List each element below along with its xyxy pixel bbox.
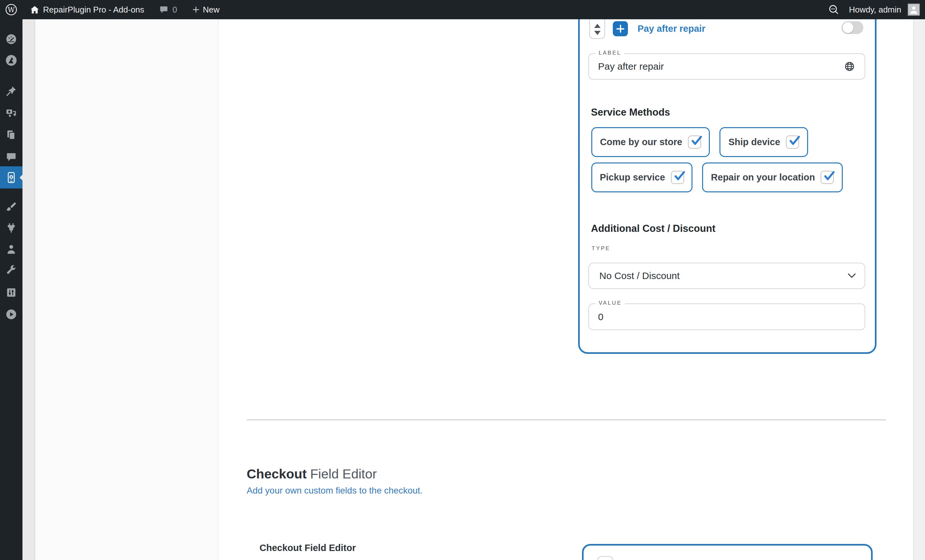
site-title[interactable]: RepairPlugin Pro - Add-ons xyxy=(43,5,144,15)
user-icon xyxy=(5,243,17,255)
service-method-label: Pickup service xyxy=(600,172,665,183)
checkbox-checked[interactable] xyxy=(671,171,684,184)
additional-cost-heading: Additional Cost / Discount xyxy=(591,223,716,235)
pushpin-icon xyxy=(5,85,17,97)
type-label: TYPE xyxy=(592,245,610,252)
addon-panel: Pay after repair LABEL Pay after repair … xyxy=(578,19,877,354)
service-method-label: Ship device xyxy=(728,137,780,148)
admin-sidebar xyxy=(0,19,23,560)
sidebar-item-settings[interactable] xyxy=(5,286,18,299)
checkout-section-title: CheckoutField Editor xyxy=(247,466,377,482)
avada-logo-icon xyxy=(5,54,18,67)
sliders-icon xyxy=(6,287,17,298)
toggle-knob xyxy=(842,22,853,33)
service-method-label: Come by our store xyxy=(600,137,682,148)
checkout-field-editor-panel xyxy=(582,544,873,560)
section-title-rest: Field Editor xyxy=(310,467,377,481)
sidebar-item-posts[interactable] xyxy=(5,85,18,98)
avatar[interactable] xyxy=(908,3,920,16)
home-icon[interactable] xyxy=(30,5,40,15)
comments-count[interactable]: 0 xyxy=(172,5,177,15)
play-circle-icon xyxy=(5,308,17,321)
sidebar-item-comments[interactable] xyxy=(5,151,18,163)
scrollbar-track[interactable] xyxy=(913,19,925,560)
sidebar-item-avada[interactable] xyxy=(5,54,18,67)
sidebar-item-player[interactable] xyxy=(5,308,18,321)
pages-icon xyxy=(6,129,17,141)
dashboard-icon xyxy=(5,33,17,45)
plugin-left-column xyxy=(35,19,218,560)
admin-bar: W RepairPlugin Pro - Add-ons 0 New Howdy… xyxy=(0,0,925,19)
sidebar-item-tools[interactable] xyxy=(5,264,18,277)
plug-icon xyxy=(5,222,17,234)
arrow-up-icon[interactable] xyxy=(594,24,601,28)
sidebar-item-users[interactable] xyxy=(5,243,18,256)
svg-text:W: W xyxy=(8,6,15,14)
sidebar-item-appearance[interactable] xyxy=(5,201,18,214)
cost-type-value: No Cost / Discount xyxy=(599,270,679,281)
section-title-bold: Checkout xyxy=(247,467,307,481)
sidebar-item-repairplugin-active[interactable] xyxy=(0,166,23,188)
plus-icon[interactable] xyxy=(191,5,200,14)
search-icon[interactable] xyxy=(828,3,840,16)
service-method-ship-device[interactable]: Ship device xyxy=(719,127,808,157)
label-field-legend: LABEL xyxy=(595,50,624,56)
service-method-come-by-our-store[interactable]: Come by our store xyxy=(591,127,710,157)
service-method-pickup-service[interactable]: Pickup service xyxy=(591,163,693,192)
paintbrush-icon xyxy=(5,201,17,213)
service-methods-heading: Service Methods xyxy=(591,107,670,118)
wordpress-logo-icon[interactable]: W xyxy=(5,3,17,16)
service-method-repair-on-your-location[interactable]: Repair on your location xyxy=(702,163,843,192)
checkbox-checked[interactable] xyxy=(688,135,701,149)
checkout-section-subtitle: Add your own custom fields to the checko… xyxy=(247,486,423,496)
section-divider xyxy=(247,419,886,420)
cost-value-input[interactable]: VALUE 0 xyxy=(588,303,865,330)
value-field-legend: VALUE xyxy=(595,300,625,306)
sidebar-item-media[interactable] xyxy=(5,107,18,119)
checkout-field-editor-label: Checkout Field Editor xyxy=(259,543,356,553)
label-input[interactable]: LABEL Pay after repair xyxy=(588,53,865,80)
sidebar-item-plugins[interactable] xyxy=(5,221,18,235)
reorder-spinner[interactable] xyxy=(589,19,605,39)
globe-icon[interactable] xyxy=(844,61,855,72)
arrow-down-icon[interactable] xyxy=(594,31,601,35)
value-field-value: 0 xyxy=(598,312,604,322)
howdy-text[interactable]: Howdy, admin xyxy=(849,5,901,15)
wrench-icon xyxy=(5,264,17,277)
label-field-value: Pay after repair xyxy=(598,61,664,72)
media-icon xyxy=(5,107,17,119)
repair-plugin-icon xyxy=(5,171,18,184)
cost-type-select[interactable]: No Cost / Discount xyxy=(588,263,865,289)
addon-title[interactable]: Pay after repair xyxy=(637,21,705,36)
chevron-down-icon xyxy=(847,273,856,279)
reorder-spinner[interactable] xyxy=(597,556,613,560)
service-method-label: Repair on your location xyxy=(711,172,815,183)
content-area: Pay after repair LABEL Pay after repair … xyxy=(23,19,925,560)
addon-enabled-toggle[interactable] xyxy=(842,21,863,34)
new-button[interactable]: New xyxy=(203,5,220,15)
sidebar-item-dashboard[interactable] xyxy=(5,33,18,45)
sidebar-item-pages[interactable] xyxy=(5,128,18,141)
plugin-page: Pay after repair LABEL Pay after repair … xyxy=(35,19,913,560)
comments-bubble-icon[interactable] xyxy=(159,5,169,14)
checkbox-checked[interactable] xyxy=(786,135,799,149)
add-button[interactable] xyxy=(613,21,628,36)
comment-bubble-icon xyxy=(6,151,17,163)
checkbox-checked[interactable] xyxy=(821,171,834,184)
